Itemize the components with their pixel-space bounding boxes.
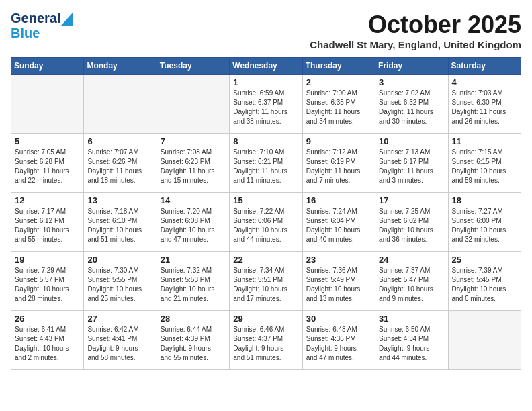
day-number: 30 [306, 314, 371, 324]
day-info: Sunrise: 6:41 AM Sunset: 4:43 PM Dayligh… [15, 325, 80, 363]
calendar-cell: 20Sunrise: 7:30 AM Sunset: 5:55 PM Dayli… [84, 252, 157, 311]
day-info: Sunrise: 7:10 AM Sunset: 6:21 PM Dayligh… [233, 148, 298, 185]
week-row-3: 12Sunrise: 7:17 AM Sunset: 6:12 PM Dayli… [11, 193, 521, 252]
day-number: 15 [233, 195, 298, 205]
calendar-cell: 4Sunrise: 7:03 AM Sunset: 6:30 PM Daylig… [448, 75, 521, 134]
day-number: 12 [15, 195, 80, 205]
day-info: Sunrise: 7:20 AM Sunset: 6:08 PM Dayligh… [161, 207, 226, 244]
calendar-cell: 24Sunrise: 7:37 AM Sunset: 5:47 PM Dayli… [375, 252, 448, 311]
title-block: October 2025 Chadwell St Mary, England, … [310, 11, 521, 50]
calendar-cell: 7Sunrise: 7:08 AM Sunset: 6:23 PM Daylig… [157, 134, 229, 193]
day-number: 25 [452, 255, 517, 265]
day-number: 13 [87, 195, 152, 205]
calendar-cell: 18Sunrise: 7:27 AM Sunset: 6:00 PM Dayli… [448, 193, 521, 252]
calendar-cell: 26Sunrise: 6:41 AM Sunset: 4:43 PM Dayli… [11, 311, 84, 370]
calendar-cell: 19Sunrise: 7:29 AM Sunset: 5:57 PM Dayli… [11, 252, 84, 311]
calendar-cell: 16Sunrise: 7:24 AM Sunset: 6:04 PM Dayli… [302, 193, 375, 252]
svg-marker-0 [61, 12, 73, 26]
day-number: 4 [452, 77, 517, 87]
day-number: 28 [161, 314, 226, 324]
day-info: Sunrise: 7:29 AM Sunset: 5:57 PM Dayligh… [15, 266, 80, 304]
day-header-thursday: Thursday [302, 58, 375, 75]
page-header: General Blue October 2025 Chadwell St Ma… [11, 11, 521, 50]
day-info: Sunrise: 7:15 AM Sunset: 6:15 PM Dayligh… [452, 148, 517, 185]
calendar-cell [84, 75, 157, 134]
day-header-tuesday: Tuesday [157, 58, 229, 75]
logo-triangle-icon [61, 12, 73, 26]
day-info: Sunrise: 6:42 AM Sunset: 4:41 PM Dayligh… [87, 325, 152, 363]
day-header-sunday: Sunday [11, 58, 84, 75]
day-number: 6 [87, 136, 152, 146]
calendar-cell: 17Sunrise: 7:25 AM Sunset: 6:02 PM Dayli… [375, 193, 448, 252]
day-info: Sunrise: 6:59 AM Sunset: 6:37 PM Dayligh… [233, 89, 298, 126]
day-info: Sunrise: 7:24 AM Sunset: 6:04 PM Dayligh… [306, 207, 371, 244]
day-number: 22 [233, 255, 298, 265]
day-number: 2 [306, 77, 371, 87]
day-info: Sunrise: 7:08 AM Sunset: 6:23 PM Dayligh… [161, 148, 226, 185]
day-info: Sunrise: 7:07 AM Sunset: 6:26 PM Dayligh… [87, 148, 152, 185]
day-info: Sunrise: 6:44 AM Sunset: 4:39 PM Dayligh… [161, 325, 226, 363]
day-info: Sunrise: 7:18 AM Sunset: 6:10 PM Dayligh… [87, 207, 152, 244]
week-row-2: 5Sunrise: 7:05 AM Sunset: 6:28 PM Daylig… [11, 134, 521, 193]
day-number: 18 [452, 195, 517, 205]
day-header-wednesday: Wednesday [230, 58, 302, 75]
day-info: Sunrise: 7:34 AM Sunset: 5:51 PM Dayligh… [233, 266, 298, 304]
calendar-table: SundayMondayTuesdayWednesdayThursdayFrid… [11, 57, 521, 370]
day-info: Sunrise: 7:17 AM Sunset: 6:12 PM Dayligh… [15, 207, 80, 244]
calendar-cell: 12Sunrise: 7:17 AM Sunset: 6:12 PM Dayli… [11, 193, 84, 252]
calendar-cell: 6Sunrise: 7:07 AM Sunset: 6:26 PM Daylig… [84, 134, 157, 193]
day-number: 27 [87, 314, 152, 324]
calendar-cell: 29Sunrise: 6:46 AM Sunset: 4:37 PM Dayli… [230, 311, 302, 370]
calendar-cell: 11Sunrise: 7:15 AM Sunset: 6:15 PM Dayli… [448, 134, 521, 193]
week-row-1: 1Sunrise: 6:59 AM Sunset: 6:37 PM Daylig… [11, 75, 521, 134]
calendar-cell: 23Sunrise: 7:36 AM Sunset: 5:49 PM Dayli… [302, 252, 375, 311]
calendar-cell: 9Sunrise: 7:12 AM Sunset: 6:19 PM Daylig… [302, 134, 375, 193]
calendar-cell: 10Sunrise: 7:13 AM Sunset: 6:17 PM Dayli… [375, 134, 448, 193]
calendar-cell [11, 75, 84, 134]
calendar-cell: 28Sunrise: 6:44 AM Sunset: 4:39 PM Dayli… [157, 311, 229, 370]
day-info: Sunrise: 7:25 AM Sunset: 6:02 PM Dayligh… [379, 207, 444, 244]
calendar-cell: 5Sunrise: 7:05 AM Sunset: 6:28 PM Daylig… [11, 134, 84, 193]
day-info: Sunrise: 6:48 AM Sunset: 4:36 PM Dayligh… [306, 325, 371, 363]
week-row-5: 26Sunrise: 6:41 AM Sunset: 4:43 PM Dayli… [11, 311, 521, 370]
day-header-monday: Monday [84, 58, 157, 75]
day-info: Sunrise: 7:30 AM Sunset: 5:55 PM Dayligh… [87, 266, 152, 304]
logo-blue: Blue [11, 26, 40, 40]
day-header-saturday: Saturday [448, 58, 521, 75]
day-number: 23 [306, 255, 371, 265]
day-info: Sunrise: 7:37 AM Sunset: 5:47 PM Dayligh… [379, 266, 444, 304]
calendar-cell: 13Sunrise: 7:18 AM Sunset: 6:10 PM Dayli… [84, 193, 157, 252]
day-number: 26 [15, 314, 80, 324]
calendar-cell: 25Sunrise: 7:39 AM Sunset: 5:45 PM Dayli… [448, 252, 521, 311]
day-info: Sunrise: 6:46 AM Sunset: 4:37 PM Dayligh… [233, 325, 298, 363]
day-number: 17 [379, 195, 444, 205]
day-number: 11 [452, 136, 517, 146]
day-info: Sunrise: 7:00 AM Sunset: 6:35 PM Dayligh… [306, 89, 371, 126]
calendar-cell: 21Sunrise: 7:32 AM Sunset: 5:53 PM Dayli… [157, 252, 229, 311]
logo-general: General [11, 11, 60, 26]
calendar-cell [448, 311, 521, 370]
day-number: 14 [161, 195, 226, 205]
location: Chadwell St Mary, England, United Kingdo… [310, 39, 521, 50]
day-number: 10 [379, 136, 444, 146]
day-number: 3 [379, 77, 444, 87]
calendar-cell: 15Sunrise: 7:22 AM Sunset: 6:06 PM Dayli… [230, 193, 302, 252]
month-title: October 2025 [310, 11, 521, 39]
day-info: Sunrise: 7:27 AM Sunset: 6:00 PM Dayligh… [452, 207, 517, 244]
calendar-cell: 14Sunrise: 7:20 AM Sunset: 6:08 PM Dayli… [157, 193, 229, 252]
day-number: 31 [379, 314, 444, 324]
day-info: Sunrise: 7:03 AM Sunset: 6:30 PM Dayligh… [452, 89, 517, 126]
day-header-friday: Friday [375, 58, 448, 75]
day-info: Sunrise: 7:05 AM Sunset: 6:28 PM Dayligh… [15, 148, 80, 185]
day-number: 5 [15, 136, 80, 146]
day-info: Sunrise: 7:32 AM Sunset: 5:53 PM Dayligh… [161, 266, 226, 304]
day-info: Sunrise: 6:50 AM Sunset: 4:34 PM Dayligh… [379, 325, 444, 363]
day-info: Sunrise: 7:22 AM Sunset: 6:06 PM Dayligh… [233, 207, 298, 244]
day-info: Sunrise: 7:36 AM Sunset: 5:49 PM Dayligh… [306, 266, 371, 304]
calendar-cell: 1Sunrise: 6:59 AM Sunset: 6:37 PM Daylig… [230, 75, 302, 134]
calendar-cell: 30Sunrise: 6:48 AM Sunset: 4:36 PM Dayli… [302, 311, 375, 370]
calendar-cell: 27Sunrise: 6:42 AM Sunset: 4:41 PM Dayli… [84, 311, 157, 370]
calendar-cell: 31Sunrise: 6:50 AM Sunset: 4:34 PM Dayli… [375, 311, 448, 370]
calendar-cell: 22Sunrise: 7:34 AM Sunset: 5:51 PM Dayli… [230, 252, 302, 311]
day-number: 20 [87, 255, 152, 265]
